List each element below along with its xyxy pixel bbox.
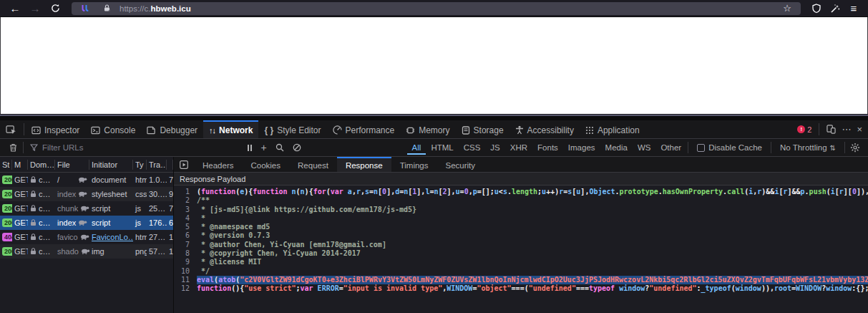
lock-icon [30, 233, 36, 241]
search-icon[interactable] [275, 143, 284, 152]
request-rows: 200GETc…/documenthtm1.0…7…200GETc…indexs… [0, 173, 173, 313]
tab-cookies[interactable]: Cookies [242, 157, 289, 172]
updown-icon: ⇅ [830, 144, 836, 152]
add-request-icon[interactable]: + [260, 142, 266, 153]
method-cell: GET [12, 204, 28, 213]
tab-accessibility[interactable]: Accessibility [509, 120, 580, 138]
domain-cell: c… [28, 233, 55, 241]
status-badge: 200 [0, 190, 12, 198]
request-row[interactable]: 200GETc…/documenthtm1.0…7… [0, 173, 173, 187]
pick-element-button[interactable] [0, 120, 22, 138]
close-devtools-icon[interactable]: × [857, 124, 862, 135]
line-number: 11 [174, 276, 197, 284]
bookmark-star-icon[interactable]: ☆ [779, 1, 796, 16]
error-count-badge[interactable]: ! 2 [797, 125, 811, 134]
col-method[interactable]: M [12, 160, 28, 170]
code-line[interactable]: 1(function(e){function n(n){for(var a,r,… [174, 188, 868, 196]
play-icon[interactable] [174, 157, 194, 172]
col-initiator[interactable]: Initiator [89, 160, 133, 170]
tab-request[interactable]: Request [289, 157, 337, 172]
turtle-slow-icon [81, 249, 89, 254]
pause-traffic-icon[interactable] [248, 145, 252, 151]
filter-js[interactable]: JS [485, 141, 504, 155]
forward-icon[interactable]: → [26, 1, 44, 16]
throttling-dropdown[interactable]: No Throttling ⇅ [773, 143, 843, 152]
tab-application[interactable]: Application [580, 120, 645, 138]
filter-images[interactable]: Images [563, 141, 600, 155]
filter-all[interactable]: All [407, 141, 426, 155]
tab-memory[interactable]: Memory [400, 120, 455, 138]
request-details-pane: Headers Cookies Request Response Timings… [174, 157, 868, 313]
filter-other[interactable]: Other [655, 141, 686, 155]
url-bar[interactable]: https://c.hbweb.icu ☆ [72, 2, 801, 15]
code-line[interactable]: 9 * @license MIT [174, 258, 868, 266]
initiator-cell[interactable]: FaviconLo… [89, 233, 133, 241]
col-domain[interactable]: Dom… [28, 160, 55, 170]
tab-response[interactable]: Response [337, 157, 391, 172]
tab-performance[interactable]: Performance [327, 120, 401, 138]
response-payload-header[interactable]: Response Payload [174, 173, 868, 186]
transferred-cell: 30.… [147, 190, 167, 198]
disable-cache-checkbox[interactable] [697, 144, 705, 152]
tab-debugger[interactable]: Debugger [141, 120, 203, 138]
col-transferred[interactable]: Tra… [147, 160, 167, 170]
request-row[interactable]: 200GETc…indexstylesheetcss30.…9… [0, 187, 173, 201]
filter-fonts[interactable]: Fonts [532, 141, 563, 155]
code-line[interactable]: 5 * @namespace md5 [174, 223, 868, 231]
turtle-slow-icon [78, 191, 87, 197]
type-cell: htm [133, 233, 147, 241]
disable-cache-toggle[interactable]: Disable Cache [690, 143, 769, 152]
meatball-menu-icon[interactable]: ⋯ [842, 124, 851, 135]
turtle-slow-icon [80, 206, 89, 211]
size-cell: 1… [167, 247, 173, 256]
filter-html[interactable]: HTML [426, 141, 458, 155]
response-code-view[interactable]: 1(function(e){function n(n){for(var a,r,… [174, 186, 868, 313]
clear-requests-icon[interactable] [4, 140, 21, 155]
block-request-icon[interactable] [293, 143, 301, 152]
filter-ws[interactable]: WS [633, 141, 656, 155]
code-line[interactable]: 10 */ [174, 267, 868, 276]
initiator-cell: script [89, 204, 133, 213]
filter-media[interactable]: Media [600, 141, 633, 155]
filter-css[interactable]: CSS [459, 141, 486, 155]
code-line[interactable]: 4 * [174, 214, 868, 223]
filter-urls-input[interactable] [42, 143, 185, 152]
reload-icon[interactable] [46, 1, 64, 16]
back-icon[interactable]: ← [6, 1, 24, 16]
tab-storage[interactable]: Storage [456, 120, 509, 138]
code-line[interactable]: 6 * @version 0.7.3 [174, 231, 868, 240]
request-row[interactable]: 200GETc…shadoimgpng57…1… [0, 244, 173, 259]
wand-icon[interactable] [826, 1, 844, 16]
responsive-design-icon[interactable] [826, 125, 836, 134]
hamburger-menu-icon[interactable]: ≡ [845, 1, 862, 16]
code-line[interactable]: 12function(){"use strict";var ERROR="inp… [174, 284, 868, 293]
code-line[interactable]: 2/** [174, 196, 868, 205]
tab-security[interactable]: Security [437, 157, 484, 172]
request-row[interactable]: 404GETc…favicoFaviconLo…htm27…1… [0, 230, 173, 244]
code-line[interactable]: 3 * [js-md5]{@link https://github.com/em… [174, 206, 868, 214]
tab-headers[interactable]: Headers [194, 157, 242, 172]
code-line[interactable]: 8 * @copyright Chen, Yi-Cyuan 2014-2017 [174, 249, 868, 258]
col-status[interactable]: St [0, 160, 12, 170]
code-line[interactable]: 7 * @author Chen, Yi-Cyuan [emn178@gmail… [174, 241, 868, 249]
request-row[interactable]: 200GETc…indexscriptjs176…6… [0, 216, 173, 230]
tab-console[interactable]: Console [85, 120, 141, 138]
type-cell: js [133, 218, 147, 227]
tab-timings[interactable]: Timings [391, 157, 437, 172]
container-icon[interactable] [77, 1, 94, 16]
size-cell: 6… [167, 218, 173, 227]
col-file[interactable]: File [55, 160, 89, 170]
tab-network[interactable]: ↑↓ Network [203, 120, 258, 138]
tab-inspector[interactable]: Inspector [26, 120, 85, 138]
tab-style-editor[interactable]: { } Style Editor [258, 120, 326, 138]
code-line[interactable]: 11eval(atob("c2V0VGltZW91dCgoKT0+e3ZhciB… [174, 276, 868, 284]
lock-icon[interactable] [98, 1, 115, 16]
filter-xhr[interactable]: XHR [505, 141, 532, 155]
col-size[interactable] [167, 160, 173, 170]
col-type[interactable]: Ty [133, 160, 147, 170]
turtle-slow-icon [78, 220, 87, 226]
domain-cell: c… [28, 190, 55, 198]
shield-icon[interactable] [808, 1, 825, 16]
network-settings-gear-icon[interactable] [847, 140, 864, 155]
request-row[interactable]: 200GETc…chunkscriptjs25…7… [0, 201, 173, 216]
